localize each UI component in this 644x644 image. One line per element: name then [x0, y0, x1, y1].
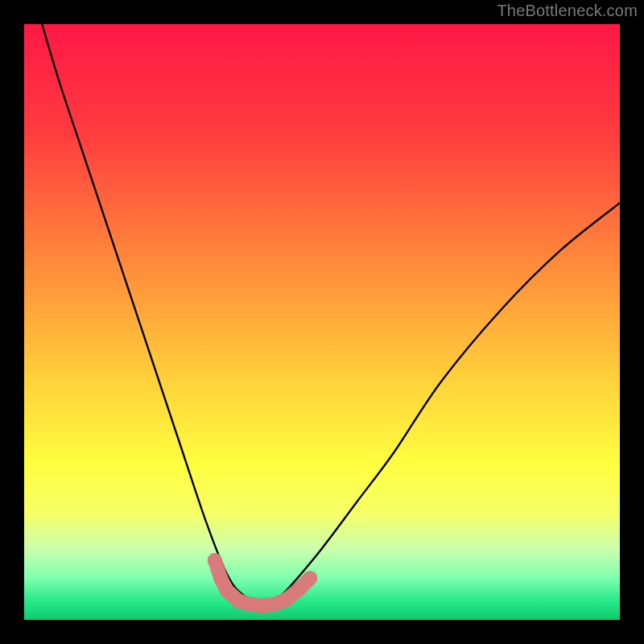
chart-frame: TheBottleneck.com [0, 0, 644, 644]
attribution-text: TheBottleneck.com [497, 2, 638, 20]
plot-area [24, 24, 620, 620]
background-gradient [24, 24, 620, 620]
svg-rect-0 [24, 24, 620, 620]
